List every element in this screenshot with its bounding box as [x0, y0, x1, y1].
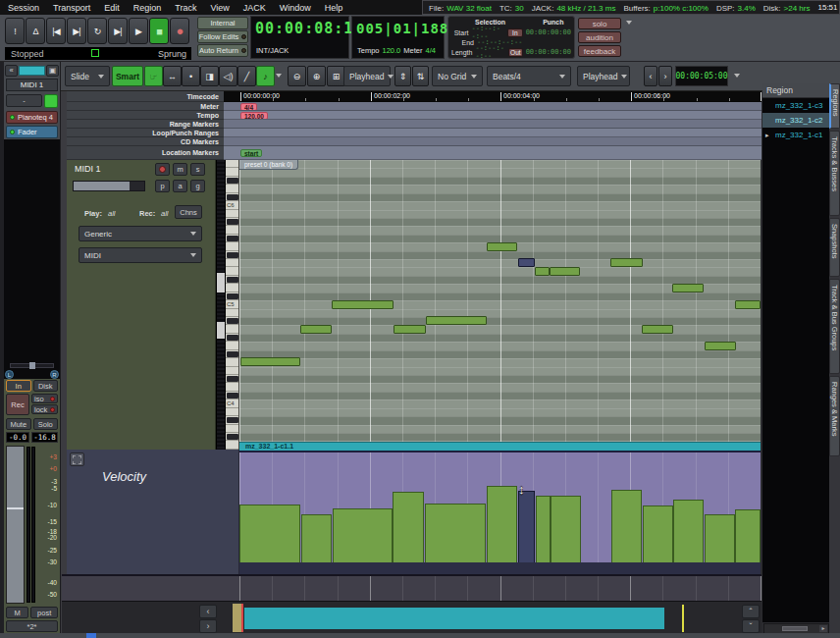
ruler-row[interactable]: 4/4 [224, 102, 761, 111]
midi-note[interactable] [332, 300, 394, 309]
solo-isolate-button[interactable]: iso [31, 394, 58, 403]
region-list-header[interactable]: Region [762, 83, 829, 98]
tab-track-bus-groups[interactable]: Track & Bus Groups [829, 279, 840, 374]
selection-length-value[interactable]: --:--:--:-- [475, 44, 508, 60]
secondary-clock[interactable]: 005|01|1884 Tempo 120.0 Meter 4/4 [351, 16, 445, 59]
midi-note[interactable] [705, 342, 736, 350]
pan-widget[interactable]: L R [4, 362, 60, 379]
piano-key-black[interactable] [226, 433, 238, 441]
piano-key-black[interactable] [226, 416, 238, 424]
input-selector-button[interactable]: - [6, 94, 42, 107]
primary-clock[interactable]: 00:00:08:14 INT/JACK [250, 16, 349, 59]
grab-tool[interactable]: ☞ [144, 66, 163, 86]
track-color-strip[interactable] [19, 66, 45, 76]
tempo-marker[interactable]: 120.00 [240, 112, 268, 120]
punch-out-time[interactable]: 00:00:00:00 [526, 48, 571, 56]
grid-unit-dropdown[interactable]: Beats/4 [487, 66, 571, 86]
piano-key-white[interactable] [226, 185, 238, 192]
processor-box[interactable] [4, 139, 60, 362]
piano-key-black[interactable] [226, 392, 238, 399]
shuttle-marker[interactable] [91, 49, 99, 57]
menu-edit[interactable]: Edit [104, 3, 120, 13]
midi-note[interactable] [672, 284, 704, 292]
menu-session[interactable]: Session [8, 3, 39, 13]
velocity-bar[interactable] [536, 496, 551, 562]
ruler-label[interactable]: Timecode [67, 91, 224, 102]
midi-note[interactable] [735, 300, 761, 309]
zoom-out-button[interactable]: ⊖ [288, 66, 306, 86]
piano-key-white[interactable] [226, 425, 238, 433]
strip-maximize-button[interactable]: ▣ [46, 65, 59, 77]
velocity-bar[interactable] [735, 509, 761, 562]
ruler-row[interactable]: 120.00 [224, 111, 761, 120]
ruler-row[interactable] [224, 129, 761, 137]
feedback-button[interactable]: feedback [578, 45, 621, 57]
piano-key-black[interactable] [226, 218, 238, 226]
piano-key-white[interactable] [226, 309, 238, 317]
velocity-bar[interactable] [425, 504, 486, 562]
summary-scroll-left-button[interactable]: ‹ [199, 605, 217, 618]
piano-key-white[interactable] [226, 358, 238, 366]
group-button[interactable]: g [190, 180, 205, 192]
scrollbar-arrow-right[interactable]: ▸ [819, 625, 827, 632]
smart-mode-button[interactable]: Smart [112, 66, 143, 86]
region-name-bar[interactable]: mz_332_1-c1.1 [239, 442, 761, 451]
track-mute-button[interactable]: m [173, 163, 187, 176]
velocity-bar[interactable] [551, 496, 581, 562]
ruler-label[interactable]: Location Markers [67, 146, 224, 160]
track-name[interactable]: MIDI 1 [75, 164, 101, 174]
ruler-row[interactable] [224, 137, 761, 146]
region-list-item[interactable]: mz_332_1-c3 [762, 98, 829, 113]
chevron-down-icon[interactable] [734, 74, 740, 78]
expand-lane-button[interactable] [70, 452, 84, 466]
scroomer-handle[interactable] [217, 273, 225, 292]
piano-key-black[interactable] [226, 317, 238, 325]
processor-pianoteq[interactable]: Pianoteq 4 [6, 111, 58, 124]
piano-key-white[interactable] [226, 267, 238, 275]
menu-jack[interactable]: JACK [243, 3, 266, 13]
session-summary[interactable]: ‹ › ˆ ˇ [62, 601, 761, 633]
sync-source-button[interactable]: Internal [197, 17, 248, 29]
punch-in-button[interactable]: In [507, 28, 523, 37]
ruler-label[interactable]: Tempo [67, 111, 224, 120]
metronome-button[interactable]: Δ [26, 18, 45, 44]
summary-playhead[interactable] [682, 605, 684, 632]
chevron-down-icon[interactable] [276, 74, 282, 78]
track-gain-slider[interactable] [73, 181, 145, 191]
scroomer-handle[interactable] [217, 322, 225, 339]
velocity-bar[interactable] [393, 492, 424, 562]
monitor-input-button[interactable]: In [6, 380, 31, 392]
secondary-clock-digits[interactable]: 005|01|1884 [352, 17, 444, 36]
ruler-label[interactable]: Range Markers [67, 120, 224, 129]
menu-view[interactable]: View [210, 3, 229, 13]
ruler-row[interactable] [224, 120, 761, 129]
shuttle-control[interactable]: Stopped Sprung [5, 47, 191, 60]
monitor-disk-button[interactable]: Disk [33, 380, 59, 392]
processor-fader[interactable]: Fader [6, 126, 58, 138]
summary-range-edge[interactable] [233, 604, 241, 632]
piano-key-white[interactable]: C4 [226, 399, 238, 407]
piano-key-white[interactable] [226, 342, 238, 349]
midi-note-selected[interactable] [518, 258, 535, 267]
tab-snapshots[interactable]: Snapshots [829, 218, 840, 277]
tempo-value[interactable]: 120.0 [383, 46, 401, 55]
midi-note[interactable] [550, 267, 580, 276]
shuttle-mode-label[interactable]: Sprung [158, 49, 186, 59]
piano-roll-grid[interactable]: preset 0 (bank 0) [239, 160, 761, 442]
menu-track[interactable]: Track [175, 3, 196, 13]
output-button[interactable]: *2* [6, 620, 58, 632]
piano-key-white[interactable] [226, 160, 238, 168]
range-tool[interactable]: ↔ [163, 66, 182, 86]
scrollbar-handle[interactable] [782, 626, 808, 631]
velocity-bar[interactable] [487, 486, 517, 562]
meter-point-button[interactable]: post [30, 607, 58, 618]
bottom-time-ruler[interactable] [62, 574, 761, 601]
gain-display[interactable]: -0.0 [6, 432, 29, 443]
midi-input-activity-button[interactable] [44, 94, 58, 108]
follow-edits-button[interactable]: Follow Edits [197, 30, 248, 43]
shrink-tracks-button[interactable]: ⇅ [412, 66, 429, 86]
pan-handle[interactable] [29, 362, 35, 369]
piano-key-black[interactable] [226, 235, 238, 242]
panic-button[interactable]: ! [5, 18, 25, 44]
velocity-bar-selected[interactable] [518, 491, 535, 562]
